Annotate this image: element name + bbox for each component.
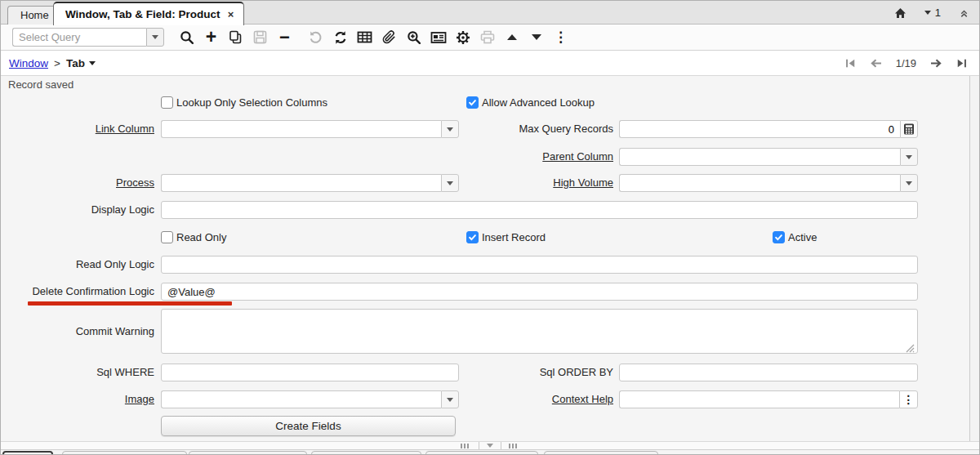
refresh-icon[interactable]: [332, 28, 349, 47]
label-image[interactable]: Image: [1, 390, 154, 408]
scrollbar-track[interactable]: [969, 76, 980, 441]
checkbox-insert-record[interactable]: Insert Record: [466, 231, 546, 243]
home-icon[interactable]: [894, 7, 906, 19]
checkbox-read-only[interactable]: Read Only: [161, 231, 226, 243]
grid-toggle-icon[interactable]: [356, 28, 373, 47]
detail-tab[interactable]: [62, 451, 187, 455]
create-fields-button[interactable]: Create Fields: [161, 416, 456, 436]
process-combobox: [161, 174, 459, 192]
high-volume-dropdown-button[interactable]: [900, 174, 918, 192]
collapse-header-icon[interactable]: [959, 7, 969, 18]
delete-confirmation-logic-input[interactable]: [161, 283, 918, 301]
select-query-dropdown-button[interactable]: [146, 28, 164, 47]
high-volume-combobox: [619, 174, 918, 192]
breadcrumb-window-link[interactable]: Window: [9, 57, 48, 69]
parent-column-combobox: [619, 148, 918, 166]
link-column-combobox: [161, 120, 459, 138]
previous-record-icon[interactable]: [870, 58, 882, 69]
attachment-icon[interactable]: [381, 28, 398, 47]
parent-column-input[interactable]: [619, 148, 900, 166]
max-query-records-input[interactable]: [619, 120, 900, 138]
record-navigation: 1/19: [844, 57, 968, 69]
label-read-only-logic: Read Only Logic: [1, 256, 154, 274]
delete-record-icon[interactable]: −: [276, 28, 293, 47]
horizontal-splitter[interactable]: [1, 441, 979, 450]
chevron-down-icon: [89, 61, 96, 65]
checkbox-label: Allow Advanced Lookup: [482, 96, 595, 109]
breadcrumb-current-label: Tab: [66, 57, 85, 69]
high-volume-input[interactable]: [619, 174, 900, 192]
commit-warning-textarea[interactable]: [161, 309, 918, 354]
detail-tab[interactable]: [425, 451, 538, 455]
max-query-records-field: [619, 120, 918, 138]
checkbox-checked-icon: [466, 96, 479, 109]
label-high-volume[interactable]: High Volume: [442, 174, 613, 192]
breadcrumb-current-tab[interactable]: Tab: [66, 57, 96, 69]
window-tab-bar: Home Window, Tab & Field: Product × 1: [1, 1, 979, 25]
detail-tab[interactable]: [544, 451, 658, 455]
tab-window-tab-field[interactable]: Window, Tab & Field: Product ×: [53, 2, 244, 25]
checkbox-label: Lookup Only Selection Columns: [176, 96, 327, 109]
triangle-down-icon: [532, 34, 541, 40]
checkbox-label: Active: [788, 231, 817, 243]
detail-tab[interactable]: [311, 451, 421, 455]
breadcrumb-bar: Window > Tab 1/19: [1, 51, 979, 76]
detail-record-icon[interactable]: [528, 28, 545, 47]
status-message: Record saved: [8, 78, 74, 91]
read-only-logic-input[interactable]: [161, 256, 918, 274]
label-sql-order-by: Sql ORDER BY: [442, 364, 613, 381]
checkbox-unchecked-icon: [161, 96, 173, 109]
parent-record-icon[interactable]: [503, 28, 520, 47]
label-display-logic: Display Logic: [1, 201, 154, 219]
detail-tab[interactable]: [189, 451, 307, 455]
checkbox-lookup-only-selection-columns[interactable]: Lookup Only Selection Columns: [161, 96, 327, 109]
next-record-icon[interactable]: [930, 58, 942, 69]
link-column-input[interactable]: [161, 120, 441, 138]
checkbox-checked-icon: [466, 231, 479, 243]
checkbox-allow-advanced-lookup[interactable]: Allow Advanced Lookup: [466, 96, 595, 109]
copy-icon[interactable]: [227, 28, 244, 47]
context-help-input[interactable]: [619, 390, 899, 408]
toolbar-buttons: + −: [178, 28, 569, 47]
gear-icon[interactable]: [454, 28, 471, 47]
sql-order-by-input[interactable]: [619, 364, 918, 381]
detail-tab-selected[interactable]: [2, 451, 53, 455]
select-query-input[interactable]: [12, 28, 146, 47]
context-help-more-button[interactable]: ⋮: [899, 390, 918, 408]
calculator-button[interactable]: [900, 120, 918, 138]
sql-where-input[interactable]: [161, 364, 459, 381]
context-help-field: ⋮: [619, 390, 918, 408]
more-options-icon[interactable]: ⋮: [552, 28, 569, 47]
label-parent-column[interactable]: Parent Column: [442, 148, 613, 166]
label-process[interactable]: Process: [1, 174, 154, 192]
label-delete-confirmation-logic: Delete Confirmation Logic: [1, 283, 154, 301]
process-input[interactable]: [161, 174, 441, 192]
label-context-help[interactable]: Context Help: [442, 390, 613, 408]
triangle-up-icon: [507, 34, 517, 40]
zoom-across-icon[interactable]: [405, 28, 422, 47]
checkbox-active[interactable]: Active: [773, 231, 817, 243]
new-record-icon[interactable]: +: [203, 28, 220, 47]
image-input[interactable]: [161, 390, 441, 408]
label-link-column[interactable]: Link Column: [1, 120, 154, 138]
more-options-icon: ⋮: [903, 393, 915, 406]
checkbox-label: Read Only: [176, 231, 226, 243]
first-record-icon[interactable]: [844, 58, 856, 69]
workspace-switcher[interactable]: 1: [924, 7, 941, 19]
checkbox-label: Insert Record: [482, 231, 546, 243]
last-record-icon[interactable]: [956, 58, 968, 69]
toolbar: + −: [1, 25, 979, 51]
close-icon[interactable]: ×: [228, 9, 234, 20]
splitter-collapse-icon[interactable]: [487, 444, 493, 448]
parent-column-dropdown-button[interactable]: [900, 148, 918, 166]
report-icon[interactable]: [430, 28, 447, 47]
record-position: 1/19: [896, 57, 916, 69]
application-window: Home Window, Tab & Field: Product × 1: [0, 0, 980, 455]
save-icon[interactable]: [252, 28, 269, 47]
undo-icon[interactable]: [307, 28, 324, 47]
detail-tab-strip: [1, 450, 979, 455]
display-logic-input[interactable]: [161, 201, 918, 219]
search-icon[interactable]: [178, 28, 195, 47]
checkbox-unchecked-icon: [161, 231, 173, 243]
print-icon[interactable]: [479, 28, 496, 47]
